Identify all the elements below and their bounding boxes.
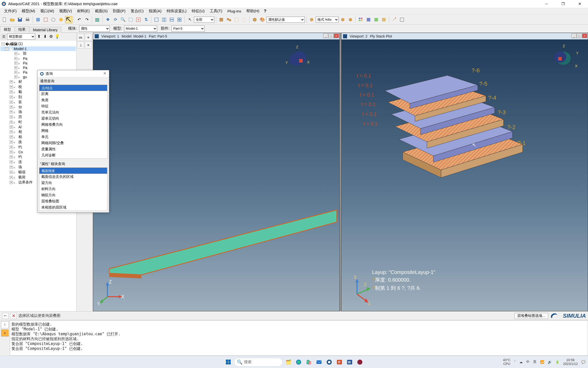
annot2-icon[interactable] — [398, 16, 406, 23]
menu-plugins[interactable]: Plug-ins — [225, 8, 243, 14]
compass-triad-icon[interactable]: Z Y X — [547, 44, 580, 72]
dialog-list-item[interactable]: 层堆叠绘图 — [39, 198, 107, 204]
prompt-cancel-icon[interactable]: ✕ — [10, 313, 17, 319]
task-abaqus-icon[interactable] — [325, 358, 334, 366]
maximize-button[interactable]: ❐ — [555, 0, 571, 8]
color-icon[interactable]: 🎨 — [259, 16, 266, 23]
viewport-1-canvas[interactable]: Z Y X Z — [93, 40, 339, 311]
annot1-icon[interactable] — [391, 16, 398, 23]
tree-item[interactable]: +▫Pa — [1, 65, 76, 70]
tray-onedrive-icon[interactable]: ☁ — [519, 360, 523, 364]
dialog-list-item[interactable]: 网格间隙/交叠 — [39, 140, 107, 146]
tree-root[interactable]: 模型 (1) — [10, 42, 23, 46]
view1-icon[interactable] — [153, 16, 160, 23]
menu-composite[interactable]: 复合(C) — [129, 8, 146, 14]
model-select[interactable]: Model-1 — [124, 26, 157, 32]
dialog-list-item[interactable]: 网格堆叠方向 — [39, 122, 107, 128]
task-edge-icon[interactable] — [294, 358, 303, 366]
vp1-max-icon[interactable]: □ — [328, 33, 334, 38]
vp2-close-icon[interactable]: × — [582, 33, 587, 38]
cubes1-icon[interactable] — [357, 16, 364, 23]
minimize-button[interactable]: ─ — [538, 0, 555, 8]
format-select[interactable]: 格式 %6s — [316, 17, 339, 23]
sel4-icon[interactable] — [241, 16, 248, 23]
shaded-edges-icon[interactable] — [57, 16, 65, 23]
tray-battery-icon[interactable]: 🔋 — [555, 360, 559, 364]
task-mail-icon[interactable] — [315, 358, 323, 366]
tray-wifi-icon[interactable]: 📶 — [540, 360, 544, 364]
tray-clock[interactable]: 10:592023/1/12 — [563, 358, 578, 366]
dialog-list-item[interactable]: 角度 — [39, 97, 107, 103]
tray-ime[interactable]: 中 — [526, 360, 530, 364]
start-button[interactable] — [224, 358, 232, 366]
part-select[interactable]: Part-5 — [172, 26, 205, 32]
close-button[interactable]: ✕ — [571, 0, 588, 8]
tray-notifications-icon[interactable]: 💬 — [581, 360, 585, 364]
prompt-back-icon[interactable]: ← — [2, 313, 9, 319]
vp2-min-icon[interactable]: _ — [571, 33, 577, 38]
tree-bulb-icon[interactable]: 💡 — [55, 34, 60, 39]
dialog-close-icon[interactable]: ✕ — [102, 71, 107, 76]
tree-item[interactable]: +▫Pa — [1, 56, 76, 61]
viewport-2[interactable]: Viewport: 2 Ply Stack Plot _ □ × Z Y X — [341, 33, 588, 311]
dialog-list-item[interactable]: 特征 — [39, 103, 107, 109]
dialog-list-item[interactable]: 距离 — [39, 91, 107, 97]
hidden-render-icon[interactable] — [50, 16, 57, 23]
tree-nav-up-icon[interactable]: ⬆ — [36, 34, 41, 39]
dialog-list-item[interactable]: 壳单元法向 — [39, 109, 107, 116]
viewport-1[interactable]: Viewport: 1 Model: Model-1 Part: Part-5 … — [93, 33, 340, 311]
layer-manager-icon[interactable] — [94, 16, 101, 23]
dialog-list-item[interactable]: 材料方向 — [39, 186, 107, 192]
dialog-list-item[interactable]: 未相接的层区域 — [39, 204, 107, 211]
menu-file[interactable]: 文件(F) — [2, 8, 19, 14]
task-app-icon[interactable] — [356, 358, 364, 366]
vp2-max-icon[interactable]: □ — [577, 33, 582, 38]
tab-model[interactable]: 模型 — [0, 26, 15, 33]
tab-results[interactable]: 结果 — [15, 26, 29, 33]
cycle-views-icon[interactable]: ⇅ — [142, 16, 150, 23]
view4-icon[interactable] — [176, 16, 183, 23]
dialog-list-module[interactable]: 截面指派截面信息丢失的区域梁方向材料方向钢筋方向层堆叠绘图未相接的层区域 — [39, 167, 107, 211]
wire-render-icon[interactable] — [42, 16, 49, 23]
dialog-list-item[interactable]: 单元 — [39, 134, 107, 140]
dialog-list-item[interactable]: 点/结点 — [39, 85, 107, 91]
menu-viewport[interactable]: 视口(W) — [38, 8, 56, 14]
print-icon[interactable] — [24, 16, 31, 23]
tool-section-manager-icon[interactable]: ≡ — [85, 41, 92, 49]
taskbar-search[interactable]: 🔍 搜索 — [234, 358, 283, 366]
boxC-icon[interactable] — [347, 16, 354, 23]
menu-material[interactable]: 材料(E) — [75, 8, 92, 14]
tree-settings-icon[interactable]: ⚙ — [48, 34, 54, 39]
tool-create-material-icon[interactable]: σε — [77, 34, 84, 41]
save-icon[interactable] — [16, 16, 23, 23]
tree-item[interactable]: +▫Pa — [1, 61, 76, 65]
dialog-list-item[interactable]: 梁单元切向 — [39, 116, 107, 122]
task-word-icon[interactable]: W — [345, 358, 354, 366]
new-file-icon[interactable] — [1, 16, 8, 23]
tray-chevron-icon[interactable]: ˄ — [514, 360, 516, 364]
cubes4-icon[interactable] — [380, 16, 387, 23]
menu-special[interactable]: 特殊设置(L) — [165, 8, 189, 14]
pan-icon[interactable]: ✥ — [104, 16, 111, 23]
menu-section[interactable]: 截面(S) — [93, 8, 110, 14]
dialog-list-item[interactable]: 几何诊断 — [39, 152, 107, 158]
tab-material-library[interactable]: Material Library — [29, 27, 61, 33]
message-log[interactable]: 新的模型数据库已创建. 模型 "Model-1" 已创建. 模型数据库 "E:\… — [10, 320, 588, 356]
view2-icon[interactable] — [161, 16, 168, 23]
compass-triad-icon[interactable]: Z Y X — [281, 45, 314, 73]
plystack-options-button[interactable]: 层堆叠绘图选项... — [514, 313, 548, 319]
menu-view[interactable]: 视图(V) — [57, 8, 74, 14]
tree-model[interactable]: Model-1 — [14, 47, 27, 51]
tree-mode-icon[interactable]: ≣ — [1, 34, 6, 39]
menu-tools[interactable]: 工具(T) — [208, 8, 224, 14]
undo-icon[interactable]: ↶ — [76, 16, 83, 23]
dialog-list-item[interactable]: 截面指派 — [39, 168, 107, 174]
dialog-list-item[interactable]: 钢筋方向 — [39, 192, 107, 198]
menu-profile[interactable]: 剖面(P) — [111, 8, 128, 14]
tool-create-section-icon[interactable]: ⊥ — [77, 41, 84, 49]
taskbar-temp[interactable]: 43°CCPU — [503, 358, 510, 366]
tree-item[interactable]: +▫部 — [1, 51, 76, 56]
task-store-icon[interactable]: 🛍️ — [304, 358, 313, 366]
menu-help[interactable]: 帮助(H) — [244, 8, 261, 14]
arrow-icon[interactable]: ↖ — [186, 16, 193, 23]
